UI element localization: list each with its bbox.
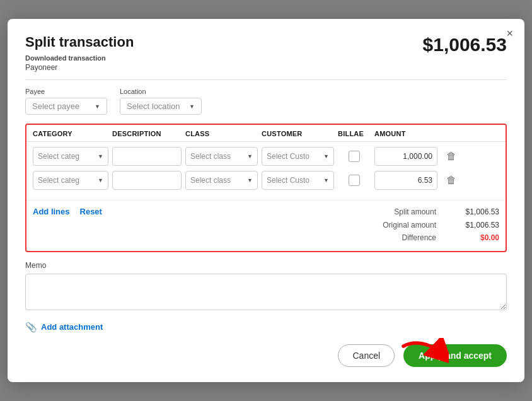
- col-customer: CUSTOMER: [262, 130, 334, 137]
- row2-category-value: Select categ: [38, 176, 79, 185]
- row2-class-select[interactable]: Select class ▼: [185, 171, 258, 190]
- row1-category-chevron-icon: ▼: [98, 153, 103, 160]
- row1-delete-button[interactable]: 🗑: [441, 147, 461, 166]
- split-table: CATEGORY DESCRIPTION CLASS CUSTOMER BILL…: [25, 124, 507, 252]
- col-class: CLASS: [185, 130, 258, 137]
- row1-description-input[interactable]: [112, 147, 182, 166]
- modal-header: Split transaction Downloaded transaction…: [25, 34, 507, 72]
- memo-textarea[interactable]: [25, 274, 507, 310]
- row2-customer-select[interactable]: Select Custo ▼: [262, 171, 334, 190]
- memo-section: Memo: [25, 261, 507, 313]
- row1-class-value: Select class: [190, 152, 231, 161]
- row1-customer-select[interactable]: Select Custo ▼: [262, 147, 334, 166]
- row2-category-select[interactable]: Select categ ▼: [33, 171, 108, 190]
- table-header: CATEGORY DESCRIPTION CLASS CUSTOMER BILL…: [26, 125, 506, 142]
- table-row: Select categ ▼ Select class ▼ Select Cus…: [33, 147, 499, 166]
- location-placeholder: Select location: [127, 102, 180, 111]
- add-attachment-button[interactable]: Add attachment: [41, 322, 103, 332]
- row1-billable-checkbox[interactable]: [349, 151, 360, 162]
- row1-class-chevron-icon: ▼: [247, 153, 253, 160]
- header-left: Split transaction Downloaded transaction…: [25, 34, 134, 72]
- original-amount-value: $1,006.53: [455, 219, 499, 231]
- payee-chevron-icon: ▼: [95, 103, 100, 110]
- row2-customer-chevron-icon: ▼: [323, 177, 329, 183]
- row2-customer-value: Select Custo: [267, 176, 309, 185]
- location-group: Location Select location ▼: [120, 88, 202, 115]
- payee-placeholder: Select payee: [32, 102, 79, 111]
- attachment-icon: 📎: [25, 322, 37, 333]
- split-amount-value: $1,006.53: [455, 206, 499, 218]
- row2-class-chevron-icon: ▼: [247, 177, 253, 183]
- difference-row: Difference $0.00: [383, 231, 499, 244]
- row2-amount-input[interactable]: [374, 171, 437, 190]
- table-body: Select categ ▼ Select class ▼ Select Cus…: [26, 142, 506, 200]
- header-divider: [25, 79, 507, 80]
- add-lines-button[interactable]: Add lines: [33, 207, 70, 216]
- location-select[interactable]: Select location ▼: [120, 98, 202, 115]
- col-action: [441, 130, 461, 137]
- total-amount: $1,006.53: [423, 34, 507, 55]
- footer-links: Add lines Reset: [33, 207, 102, 216]
- row1-amount-input[interactable]: [374, 147, 437, 166]
- memo-label: Memo: [25, 261, 507, 270]
- row1-customer-chevron-icon: ▼: [323, 153, 329, 160]
- reset-button[interactable]: Reset: [80, 207, 102, 216]
- row1-category-select[interactable]: Select categ ▼: [33, 147, 108, 166]
- attachment-row: 📎 Add attachment: [25, 322, 507, 333]
- downloaded-label: Downloaded transaction: [25, 54, 134, 62]
- table-row: Select categ ▼ Select class ▼ Select Cus…: [33, 171, 499, 190]
- difference-label: Difference: [402, 231, 436, 244]
- payee-location-row: Payee Select payee ▼ Location Select loc…: [25, 88, 507, 115]
- payee-label: Payee: [25, 88, 107, 95]
- split-transaction-modal: × Split transaction Downloaded transacti…: [8, 19, 524, 381]
- row1-customer-value: Select Custo: [267, 152, 309, 161]
- modal-title: Split transaction: [25, 34, 134, 50]
- action-row: Cancel Apply and accept: [25, 344, 507, 367]
- col-category: CATEGORY: [33, 130, 108, 137]
- col-description: DESCRIPTION: [112, 130, 182, 137]
- row2-category-chevron-icon: ▼: [98, 177, 103, 183]
- split-amount-label: Split amount: [394, 206, 436, 218]
- payee-select[interactable]: Select payee ▼: [25, 98, 107, 115]
- footer-amounts: Split amount $1,006.53 Original amount $…: [383, 206, 499, 244]
- payee-group: Payee Select payee ▼: [25, 88, 107, 115]
- row1-class-select[interactable]: Select class ▼: [185, 147, 258, 166]
- close-button[interactable]: ×: [506, 28, 513, 39]
- row1-category-value: Select categ: [38, 152, 79, 161]
- difference-value: $0.00: [455, 231, 499, 244]
- original-amount-label: Original amount: [383, 219, 436, 231]
- original-amount-row: Original amount $1,006.53: [383, 219, 499, 231]
- row2-class-value: Select class: [190, 176, 231, 185]
- table-footer: Add lines Reset Split amount $1,006.53 O…: [26, 200, 506, 250]
- row2-delete-button[interactable]: 🗑: [441, 171, 461, 190]
- row2-billable-checkbox[interactable]: [349, 175, 360, 186]
- payee-name: Payoneer: [25, 63, 134, 72]
- row2-description-input[interactable]: [112, 171, 182, 190]
- col-billable: BILLAE: [338, 130, 371, 137]
- col-amount: AMOUNT: [374, 130, 437, 137]
- cancel-button[interactable]: Cancel: [338, 344, 395, 367]
- location-chevron-icon: ▼: [189, 103, 195, 110]
- location-label: Location: [120, 88, 202, 95]
- split-amount-row: Split amount $1,006.53: [383, 206, 499, 218]
